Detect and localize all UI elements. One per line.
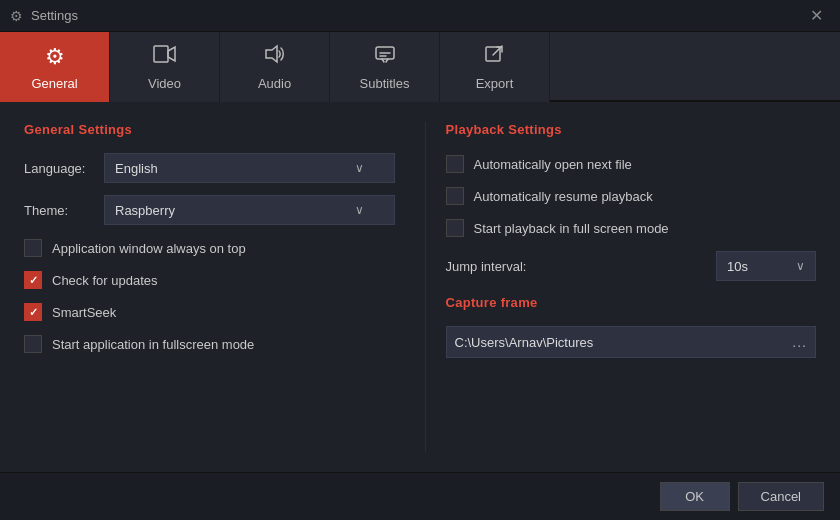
playback-checkboxes: Automatically open next file Automatical… (446, 153, 817, 239)
checkbox-fullscreen-start[interactable]: Start application in fullscreen mode (24, 333, 395, 355)
checkbox-check-updates[interactable]: Check for updates (24, 269, 395, 291)
checkbox-auto-open-next-box[interactable] (446, 155, 464, 173)
capture-browse-button[interactable]: ... (792, 334, 807, 350)
tab-subtitles[interactable]: Subtitles (330, 32, 440, 102)
checkbox-always-on-top-label: Application window always on top (52, 241, 246, 256)
svg-rect-0 (154, 46, 168, 62)
svg-marker-1 (266, 46, 277, 62)
window-title: Settings (31, 8, 78, 23)
checkbox-fullscreen-playback[interactable]: Start playback in full screen mode (446, 217, 817, 239)
general-tab-icon: ⚙ (45, 44, 65, 70)
checkbox-smart-seek-label: SmartSeek (52, 305, 116, 320)
language-select[interactable]: English ∨ (104, 153, 395, 183)
video-tab-icon (153, 44, 177, 70)
checkbox-fullscreen-playback-label: Start playback in full screen mode (474, 221, 669, 236)
checkbox-smart-seek-box[interactable] (24, 303, 42, 321)
language-label: Language: (24, 161, 104, 176)
jump-interval-label: Jump interval: (446, 259, 717, 274)
jump-interval-value: 10s (727, 259, 748, 274)
language-value: English (115, 161, 158, 176)
tab-video[interactable]: Video (110, 32, 220, 102)
capture-path: C:\Users\Arnav\Pictures (455, 335, 793, 350)
theme-value: Raspberry (115, 203, 175, 218)
checkbox-auto-resume-label: Automatically resume playback (474, 189, 653, 204)
title-bar: ⚙ Settings ✕ (0, 0, 840, 32)
ok-button[interactable]: OK (660, 482, 730, 511)
language-row: Language: English ∨ (24, 153, 395, 183)
settings-icon: ⚙ (10, 8, 23, 24)
general-settings-title: General Settings (24, 122, 395, 137)
export-tab-icon (484, 44, 506, 70)
main-content: General Settings Language: English ∨ The… (0, 102, 840, 472)
title-bar-left: ⚙ Settings (10, 8, 78, 24)
close-button[interactable]: ✕ (802, 2, 830, 30)
footer: OK Cancel (0, 472, 840, 520)
tab-export-label: Export (476, 76, 514, 91)
checkbox-smart-seek[interactable]: SmartSeek (24, 301, 395, 323)
tab-export[interactable]: Export (440, 32, 550, 102)
checkbox-auto-resume-box[interactable] (446, 187, 464, 205)
tab-subtitles-label: Subtitles (360, 76, 410, 91)
tab-video-label: Video (148, 76, 181, 91)
audio-tab-icon (264, 44, 286, 70)
checkbox-fullscreen-start-label: Start application in fullscreen mode (52, 337, 254, 352)
left-panel: General Settings Language: English ∨ The… (24, 122, 425, 452)
theme-label: Theme: (24, 203, 104, 218)
tab-audio[interactable]: Audio (220, 32, 330, 102)
tab-audio-label: Audio (258, 76, 291, 91)
jump-interval-chevron-icon: ∨ (796, 259, 805, 273)
checkbox-always-on-top[interactable]: Application window always on top (24, 237, 395, 259)
checkbox-auto-open-next[interactable]: Automatically open next file (446, 153, 817, 175)
checkbox-auto-resume[interactable]: Automatically resume playback (446, 185, 817, 207)
theme-select[interactable]: Raspberry ∨ (104, 195, 395, 225)
subtitles-tab-icon (374, 44, 396, 70)
checkbox-check-updates-label: Check for updates (52, 273, 158, 288)
capture-frame-title: Capture frame (446, 295, 817, 310)
language-select-wrapper: English ∨ (104, 153, 395, 183)
playback-settings-title: Playback Settings (446, 122, 817, 137)
capture-frame-row: C:\Users\Arnav\Pictures ... (446, 326, 817, 358)
theme-chevron-icon: ∨ (355, 203, 364, 217)
tab-bar: ⚙ General Video Audio (0, 32, 840, 102)
checkbox-auto-open-next-label: Automatically open next file (474, 157, 632, 172)
cancel-button[interactable]: Cancel (738, 482, 824, 511)
theme-select-wrapper: Raspberry ∨ (104, 195, 395, 225)
checkbox-fullscreen-start-box[interactable] (24, 335, 42, 353)
checkbox-fullscreen-playback-box[interactable] (446, 219, 464, 237)
language-chevron-icon: ∨ (355, 161, 364, 175)
checkbox-check-updates-box[interactable] (24, 271, 42, 289)
checkbox-always-on-top-box[interactable] (24, 239, 42, 257)
tab-general[interactable]: ⚙ General (0, 32, 110, 102)
theme-row: Theme: Raspberry ∨ (24, 195, 395, 225)
jump-interval-select[interactable]: 10s ∨ (716, 251, 816, 281)
tab-general-label: General (31, 76, 77, 91)
right-panel: Playback Settings Automatically open nex… (425, 122, 817, 452)
jump-interval-row: Jump interval: 10s ∨ (446, 251, 817, 281)
